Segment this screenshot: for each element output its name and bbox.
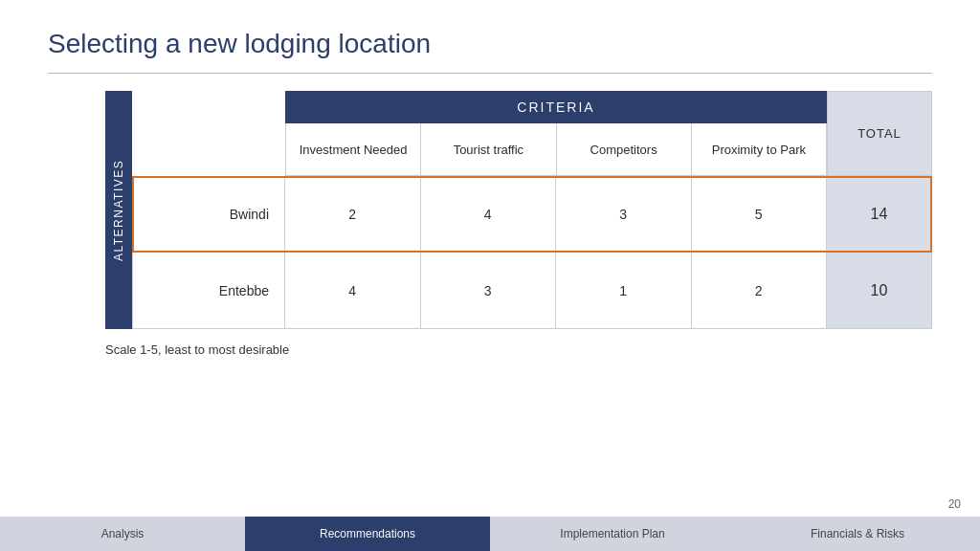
nav-item-3[interactable]: Financials & Risks — [735, 517, 980, 551]
data-cell-0-3: 5 — [692, 176, 828, 253]
col-header-2: Competitors — [557, 123, 692, 176]
decision-table: ALTERNATIVES CRITERIA Investment NeededT… — [105, 91, 932, 329]
nav-item-2[interactable]: Implementation Plan — [490, 517, 735, 551]
column-headers: Investment NeededTourist trafficCompetit… — [285, 123, 827, 176]
row-label-1: Entebbe — [132, 253, 285, 329]
data-cells-1: 4312 — [285, 253, 827, 329]
nav-item-0[interactable]: Analysis — [0, 517, 245, 551]
data-rows: Bwindi243514Entebbe431210 — [132, 176, 932, 329]
corner-empty — [132, 91, 285, 176]
data-cell-0-2: 3 — [556, 176, 692, 253]
data-cell-1-2: 1 — [556, 253, 692, 329]
page-number: 20 — [948, 497, 961, 511]
data-cell-1-1: 3 — [421, 253, 557, 329]
criteria-title: CRITERIA — [285, 91, 827, 123]
alternatives-label: ALTERNATIVES — [105, 91, 132, 329]
main-table: CRITERIA Investment NeededTourist traffi… — [132, 91, 932, 329]
col-header-3: Proximity to Park — [692, 123, 827, 176]
scale-note: Scale 1-5, least to most desirable — [105, 342, 932, 357]
total-header: TOTAL — [827, 91, 932, 176]
data-cell-0-0: 2 — [285, 176, 421, 253]
slide: Selecting a new lodging location ALTERNA… — [0, 0, 980, 551]
header-wrapper: CRITERIA Investment NeededTourist traffi… — [132, 91, 932, 176]
criteria-area: CRITERIA Investment NeededTourist traffi… — [285, 91, 827, 176]
col-header-0: Investment Needed — [285, 123, 421, 176]
bottom-nav: AnalysisRecommendationsImplementation Pl… — [0, 517, 980, 551]
page-title: Selecting a new lodging location — [48, 29, 932, 59]
total-cell-1: 10 — [827, 253, 932, 329]
title-divider — [48, 73, 932, 74]
nav-item-1[interactable]: Recommendations — [245, 517, 490, 551]
total-cell-0: 14 — [827, 176, 932, 253]
data-cell-0-1: 4 — [421, 176, 557, 253]
row-label-0: Bwindi — [132, 176, 285, 253]
data-row-0: Bwindi243514 — [132, 176, 932, 253]
data-cell-1-0: 4 — [285, 253, 421, 329]
data-cell-1-3: 2 — [692, 253, 828, 329]
data-cells-0: 2435 — [285, 176, 827, 253]
col-header-1: Tourist traffic — [421, 123, 556, 176]
data-row-1: Entebbe431210 — [132, 253, 932, 329]
